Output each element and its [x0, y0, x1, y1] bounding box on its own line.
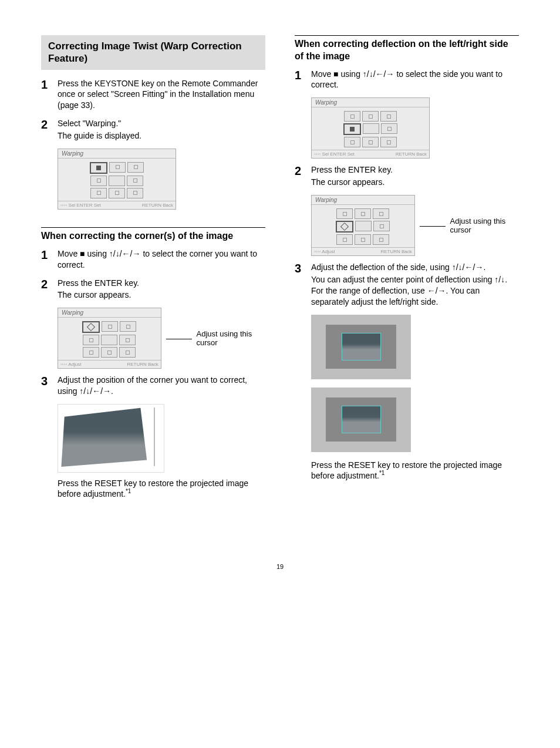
grid-cell: [363, 123, 379, 134]
step-text: Press the KEYSTONE key on the Remote Com…: [58, 78, 265, 112]
step-text-secondary: The guide is displayed.: [58, 130, 265, 141]
step-text: Select "Warping.": [58, 118, 265, 129]
sub-heading: When correcting the corner(s) of the ima…: [41, 227, 265, 242]
grid-cell: [83, 347, 99, 358]
step: 3 Adjust the position of the corner you …: [41, 375, 265, 398]
grid-cell: [109, 188, 125, 198]
grid-cell: [127, 188, 143, 198]
step-body: Move ■ using ↑/↓/←/→ to select the corne…: [58, 248, 265, 272]
grid-cell-selected: [343, 123, 361, 135]
step-text: Adjust the deflection of the side, using…: [311, 262, 519, 273]
warping-menu-title: Warping: [58, 149, 176, 159]
grid-cell: [362, 111, 379, 122]
step: 2 Press the ENTER key. The cursor appear…: [295, 164, 519, 189]
grid-cell: [344, 137, 360, 147]
warping-menu-title: Warping: [312, 98, 429, 107]
callout-line: [420, 226, 446, 227]
callout-line: [166, 339, 192, 339]
cursor-callout-label: Adjust using this cursor: [197, 329, 265, 347]
sub-heading: When correcting deflection on the left/r…: [295, 35, 519, 63]
grid-cell: [119, 347, 136, 358]
grid-cell: [102, 321, 118, 332]
grid-cell: [127, 176, 143, 186]
reset-note: Press the RESET key to restore the proje…: [58, 479, 265, 498]
grid-cell: [336, 208, 353, 219]
step: 1 Move ■ using ↑/↓/←/→ to select the sid…: [295, 69, 519, 92]
grid-cell: [381, 123, 397, 134]
grid-cell: [83, 335, 99, 345]
step-body: Adjust the position of the corner you wa…: [58, 375, 265, 398]
menu-footer-left: ◦◦◦◦ Adjust: [314, 249, 335, 254]
grid-cell-cursor: [336, 221, 353, 233]
step-number: 2: [41, 278, 58, 291]
warping-menu-title: Warping: [312, 196, 414, 205]
menu-footer-left: ◦◦◦◦ Sel ENTER Set: [60, 203, 101, 208]
grid-cell: [380, 137, 397, 147]
menu-footer-right: RETURN Back: [142, 203, 173, 208]
step-body: Press the ENTER key. The cursor appears.: [58, 278, 265, 302]
grid-cell: [380, 111, 397, 122]
grid-cell: [373, 234, 389, 245]
step-body: Adjust the deflection of the side, using…: [311, 262, 519, 309]
grid-cell: [120, 321, 136, 332]
step-number: 1: [41, 248, 58, 261]
step-text-secondary: The cursor appears.: [311, 177, 519, 188]
reset-note: Press the RESET key to restore the proje…: [311, 460, 519, 480]
grid-cell: [119, 335, 136, 345]
step-number: 3: [41, 375, 58, 388]
left-column: Correcting Image Twist (Warp Correction …: [41, 35, 265, 504]
step-text: Move ■ using ↑/↓/←/→ to select the corne…: [58, 248, 265, 271]
footnote-ref: *1: [379, 470, 384, 476]
step-text: Press the ENTER key.: [58, 278, 265, 289]
warping-menu-figure: Warping: [311, 97, 519, 159]
grid-cell: [127, 162, 144, 173]
grid-cell: [109, 176, 125, 186]
step-text: Move ■ using ↑/↓/←/→ to select the side …: [311, 69, 519, 91]
deflection-figure-1: [311, 315, 519, 379]
warping-menu-title: Warping: [58, 308, 161, 318]
step: 3 Adjust the deflection of the side, usi…: [295, 262, 519, 309]
grid-cell: [101, 347, 117, 358]
grid-cell: [90, 188, 107, 198]
cursor-callout-label: Adjust using this cursor: [450, 217, 519, 234]
grid-cell: [101, 335, 117, 345]
menu-footer-right: RETURN Back: [380, 249, 411, 254]
step: 2 Press the ENTER key. The cursor appear…: [41, 278, 265, 302]
step-number: 3: [295, 262, 311, 275]
menu-footer-left: ◦◦◦◦ Adjust: [60, 362, 81, 367]
step-number: 2: [41, 118, 58, 131]
grid-cell: [355, 234, 371, 245]
step-text-secondary: You can adjust the center point of defle…: [311, 274, 519, 308]
warping-menu-figure: Warping: [58, 149, 265, 210]
warping-cursor-figure: Warping: [311, 195, 519, 256]
grid-cell-selected: [90, 162, 107, 174]
grid-cell-cursor: [82, 321, 100, 333]
grid-cell: [373, 221, 390, 231]
step: 2 Select "Warping." The guide is display…: [41, 118, 265, 143]
grid-cell: [344, 111, 360, 122]
step: 1 Move ■ using ↑/↓/←/→ to select the cor…: [41, 248, 265, 272]
grid-cell: [109, 162, 126, 173]
step-number: 1: [41, 78, 58, 91]
step-body: Press the KEYSTONE key on the Remote Com…: [58, 78, 265, 113]
warping-cursor-figure: Warping: [58, 308, 265, 369]
step: 1 Press the KEYSTONE key on the Remote C…: [41, 78, 265, 113]
footnote-ref: *1: [126, 488, 131, 494]
step-body: Select "Warping." The guide is displayed…: [58, 118, 265, 143]
step-body: Press the ENTER key. The cursor appears.: [311, 164, 519, 189]
section-heading: Correcting Image Twist (Warp Correction …: [41, 35, 265, 70]
step-number: 1: [295, 69, 311, 82]
grid-cell: [90, 176, 107, 186]
projected-image-figure: [58, 404, 265, 473]
two-column-layout: Correcting Image Twist (Warp Correction …: [41, 35, 519, 504]
grid-cell: [362, 137, 379, 147]
grid-cell: [355, 208, 371, 219]
page-number: 19: [41, 563, 519, 570]
step-text-secondary: The cursor appears.: [58, 289, 265, 301]
step-text: Press the ENTER key.: [311, 164, 519, 176]
menu-footer-right: RETURN Back: [396, 151, 427, 157]
grid-cell: [355, 221, 372, 231]
step-text: Adjust the position of the corner you wa…: [58, 375, 265, 397]
menu-footer-right: RETURN Back: [127, 362, 158, 367]
menu-footer-left: ◦◦◦◦ Sel ENTER Set: [314, 151, 355, 157]
